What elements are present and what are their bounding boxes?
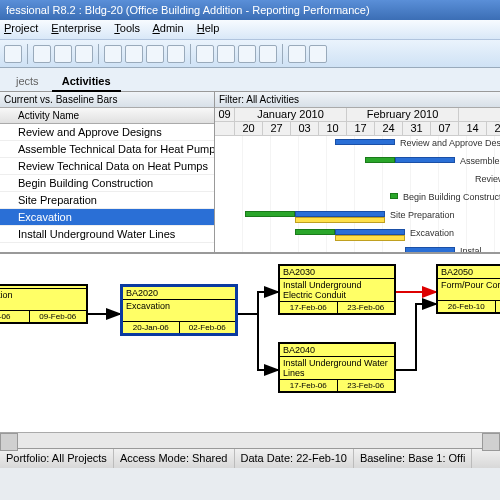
status-data-date: Data Date: 22-Feb-10 [235,449,354,468]
node-finish: 02-Feb-06 [180,322,236,333]
gantt-bar[interactable] [335,235,405,241]
gantt-bar-label: Review T [475,174,500,184]
menu-tools[interactable]: Tools [114,22,140,34]
network-node[interactable]: BA2050Form/Pour Conc Footings26-Feb-1002… [436,264,500,314]
gantt-bar-label: Assemble Technical Data [460,156,500,166]
toolbar-button[interactable] [238,45,256,63]
toolbar-button[interactable] [217,45,235,63]
node-finish: 09-Feb-06 [30,311,87,322]
timescale-months: 09January 2010February 2010 [215,108,500,122]
status-baseline: Baseline: Base 1: Offi [354,449,473,468]
gantt-bar[interactable] [335,139,395,145]
node-start: 26-Feb-10 [438,301,496,312]
gantt-bar[interactable] [395,157,455,163]
toolbar-button[interactable] [4,45,22,63]
node-start: 17-Feb-06 [280,302,338,313]
menu-help[interactable]: Help [197,22,220,34]
title-bar: fessional R8.2 : Bldg-20 (Office Buildin… [0,0,500,20]
node-id: BA2030 [280,266,394,279]
gantt-bar-label: Review and Approve Designs [400,138,500,148]
tab-strip: jects Activities [0,68,500,92]
toolbar-button[interactable] [309,45,327,63]
network-node[interactable]: eparationan-0609-Feb-06 [0,284,88,324]
filter-label: Filter: All Activities [215,92,500,108]
toolbar-button[interactable] [104,45,122,63]
gantt-bar[interactable] [365,157,395,163]
node-name: Excavation [123,300,235,322]
toolbar-separator [98,44,99,64]
toolbar-button[interactable] [54,45,72,63]
node-finish: 23-Feb-06 [338,380,395,391]
node-name: Install Underground Electric Conduit [280,279,394,302]
gantt-bar-label: Site Preparation [390,210,455,220]
gantt-body[interactable]: Review and Approve DesignsAssemble Techn… [215,136,500,252]
network-node[interactable]: BA2040Install Underground Water Lines17-… [278,342,396,393]
toolbar-separator [190,44,191,64]
split-pane: Current vs. Baseline Bars Activity Name … [0,92,500,252]
gantt-panel[interactable]: Filter: All Activities 09January 2010Feb… [215,92,500,252]
menu-bar[interactable]: Project Enterprise Tools Admin Help [0,20,500,40]
toolbar-button[interactable] [33,45,51,63]
toolbar-separator [27,44,28,64]
node-start: 20-Jan-06 [123,322,180,333]
node-id: BA2050 [438,266,500,279]
column-header-activity-name[interactable]: Activity Name [0,108,214,124]
node-start: an-06 [0,311,30,322]
menu-project[interactable]: Project [4,22,38,34]
tab-projects[interactable]: jects [6,72,49,90]
activity-row[interactable]: Excavation [0,209,214,226]
gantt-bar-label: Excavation [410,228,454,238]
menu-admin[interactable]: Admin [152,22,183,34]
activity-row[interactable]: Review Technical Data on Heat Pumps [0,158,214,175]
toolbar-button[interactable] [167,45,185,63]
node-start: 17-Feb-06 [280,380,338,391]
node-id: BA2020 [123,287,235,300]
toolbar-button[interactable] [259,45,277,63]
gantt-bar[interactable] [390,193,398,199]
activity-row[interactable]: Site Preparation [0,192,214,209]
network-node[interactable]: BA2030Install Underground Electric Condu… [278,264,396,315]
toolbar-button[interactable] [288,45,306,63]
status-portfolio: Portfolio: All Projects [0,449,114,468]
activity-row[interactable]: Review and Approve Designs [0,124,214,141]
network-diagram[interactable]: eparationan-0609-Feb-06BA2020Excavation2… [0,252,500,432]
toolbar-separator [282,44,283,64]
node-finish: 23-Feb-06 [338,302,395,313]
node-finish: 02-Feb [496,301,501,312]
node-name: Install Underground Water Lines [280,357,394,380]
node-name: Form/Pour Conc Footings [438,279,500,301]
network-node[interactable]: BA2020Excavation20-Jan-0602-Feb-06 [120,284,238,336]
toolbar-button[interactable] [196,45,214,63]
status-access-mode: Access Mode: Shared [114,449,235,468]
activity-row[interactable]: Install Underground Water Lines [0,226,214,243]
toolbar [0,40,500,68]
status-bar: Portfolio: All Projects Access Mode: Sha… [0,448,500,468]
layout-name: Current vs. Baseline Bars [0,92,214,108]
tab-activities[interactable]: Activities [52,72,121,92]
gantt-bar-label: Begin Building Construction [403,192,500,202]
node-id: BA2040 [280,344,394,357]
gantt-bar[interactable] [295,217,385,223]
activity-row[interactable]: Begin Building Construction [0,175,214,192]
menu-enterprise[interactable]: Enterprise [51,22,101,34]
toolbar-button[interactable] [125,45,143,63]
toolbar-button[interactable] [146,45,164,63]
activity-rows: Review and Approve DesignsAssemble Techn… [0,124,214,252]
activity-table: Current vs. Baseline Bars Activity Name … [0,92,215,252]
network-arrows [0,254,500,432]
horizontal-scrollbar[interactable] [0,432,500,448]
gantt-bar[interactable] [295,229,335,235]
timescale-weeks: 2027031017243107142128 [215,122,500,136]
toolbar-button[interactable] [75,45,93,63]
gantt-bar[interactable] [245,211,295,217]
activity-row[interactable]: Assemble Technical Data for Heat Pump [0,141,214,158]
node-name: eparation [0,289,86,311]
